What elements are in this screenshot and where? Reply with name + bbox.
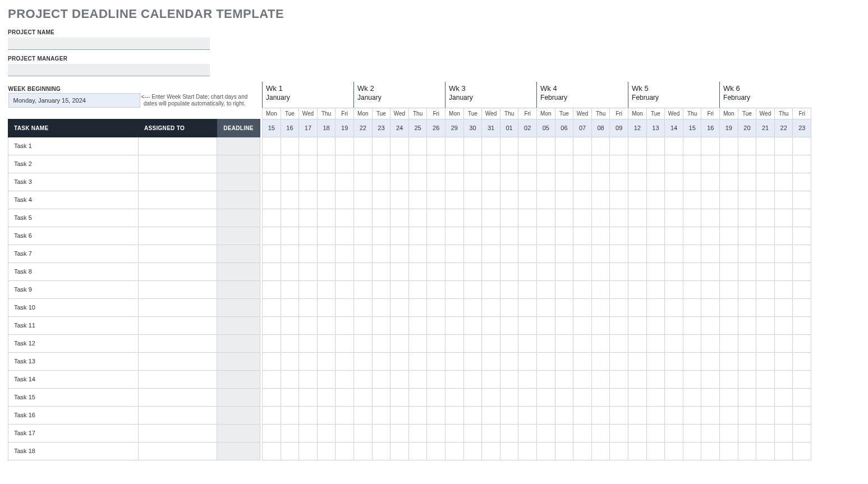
day-cell[interactable] [336,280,354,298]
day-cell[interactable] [518,280,537,298]
day-cell[interactable] [446,245,464,262]
day-cell[interactable] [500,406,518,424]
task-name-cell[interactable]: Task 15 [8,388,139,406]
day-cell[interactable] [463,280,482,298]
day-cell[interactable] [573,227,592,245]
day-cell[interactable] [793,406,811,424]
day-cell[interactable] [756,280,775,298]
day-cell[interactable] [537,370,555,388]
day-cell[interactable] [793,298,811,316]
day-cell[interactable] [774,298,793,316]
day-cell[interactable] [408,155,427,173]
day-cell[interactable] [665,334,683,352]
day-cell[interactable] [774,370,793,388]
day-cell[interactable] [646,370,665,388]
day-cell[interactable] [317,173,336,191]
assigned-cell[interactable] [139,262,217,280]
day-cell[interactable] [263,262,281,280]
assigned-cell[interactable] [139,280,217,298]
day-cell[interactable] [463,352,482,370]
day-cell[interactable] [628,227,647,245]
day-cell[interactable] [756,334,775,352]
day-cell[interactable] [427,370,446,388]
day-cell[interactable] [774,262,793,280]
day-cell[interactable] [500,191,518,209]
day-cell[interactable] [336,388,354,406]
day-cell[interactable] [427,155,446,173]
day-cell[interactable] [665,298,683,316]
day-cell[interactable] [756,245,775,262]
day-cell[interactable] [591,227,610,245]
day-cell[interactable] [446,155,464,173]
day-cell[interactable] [756,262,775,280]
task-name-cell[interactable]: Task 11 [8,316,139,334]
day-cell[interactable] [720,262,738,280]
day-cell[interactable] [701,442,720,460]
deadline-cell[interactable] [217,209,260,227]
day-cell[interactable] [756,442,775,460]
task-name-cell[interactable]: Task 8 [8,262,139,280]
day-cell[interactable] [756,424,775,442]
day-cell[interactable] [537,280,555,298]
day-cell[interactable] [701,137,720,155]
day-cell[interactable] [482,137,500,155]
day-cell[interactable] [537,262,555,280]
day-cell[interactable] [446,173,464,191]
day-cell[interactable] [446,388,464,406]
day-cell[interactable] [299,352,318,370]
day-cell[interactable] [354,262,373,280]
day-cell[interactable] [372,316,391,334]
day-cell[interactable] [299,262,318,280]
day-cell[interactable] [555,442,573,460]
day-cell[interactable] [281,388,299,406]
day-cell[interactable] [391,334,409,352]
day-cell[interactable] [665,280,683,298]
day-cell[interactable] [500,442,518,460]
day-cell[interactable] [446,191,464,209]
day-cell[interactable] [427,406,446,424]
day-cell[interactable] [646,388,665,406]
assigned-cell[interactable] [139,334,217,352]
day-cell[interactable] [774,137,793,155]
day-cell[interactable] [336,137,354,155]
day-cell[interactable] [738,406,756,424]
day-cell[interactable] [317,280,336,298]
day-cell[interactable] [463,316,482,334]
day-cell[interactable] [591,280,610,298]
day-cell[interactable] [720,298,738,316]
day-cell[interactable] [573,316,592,334]
day-cell[interactable] [683,352,701,370]
day-cell[interactable] [317,298,336,316]
day-cell[interactable] [665,442,683,460]
day-cell[interactable] [555,155,573,173]
day-cell[interactable] [372,406,391,424]
day-cell[interactable] [372,191,391,209]
day-cell[interactable] [683,191,701,209]
day-cell[interactable] [518,424,537,442]
day-cell[interactable] [720,352,738,370]
day-cell[interactable] [354,424,373,442]
day-cell[interactable] [463,173,482,191]
day-cell[interactable] [537,406,555,424]
day-cell[interactable] [281,137,299,155]
deadline-cell[interactable] [217,137,260,155]
day-cell[interactable] [738,155,756,173]
day-cell[interactable] [336,227,354,245]
day-cell[interactable] [299,245,318,262]
day-cell[interactable] [610,334,628,352]
day-cell[interactable] [427,262,446,280]
task-name-cell[interactable]: Task 7 [8,245,139,262]
day-cell[interactable] [317,316,336,334]
day-cell[interactable] [573,442,592,460]
day-cell[interactable] [646,155,665,173]
day-cell[interactable] [756,155,775,173]
day-cell[interactable] [336,173,354,191]
day-cell[interactable] [427,191,446,209]
day-cell[interactable] [683,262,701,280]
day-cell[interactable] [427,280,446,298]
day-cell[interactable] [317,388,336,406]
day-cell[interactable] [591,442,610,460]
day-cell[interactable] [354,227,373,245]
deadline-cell[interactable] [217,442,260,460]
day-cell[interactable] [701,173,720,191]
